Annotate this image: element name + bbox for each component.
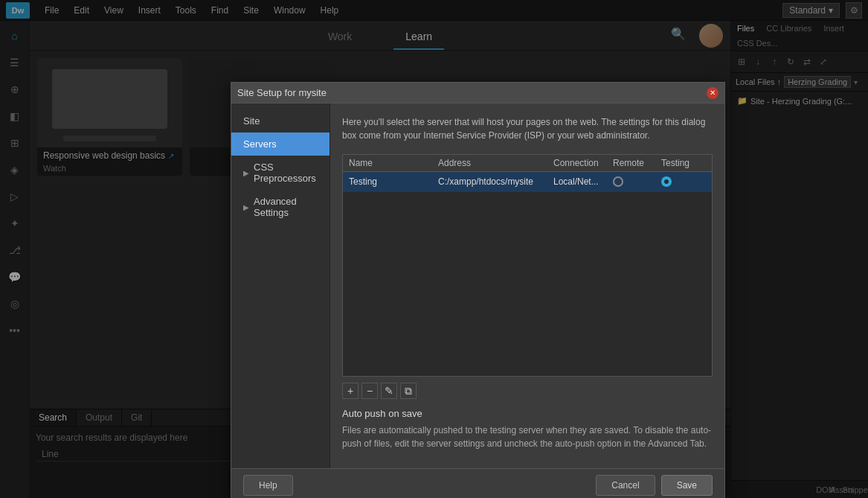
dialog-title: Site Setup for mysite — [237, 87, 327, 98]
site-setup-dialog: Site Setup for mysite ✕ Site Servers ▶ C… — [231, 82, 725, 498]
server-address: C:/xampp/htdocs/mysite — [438, 176, 553, 187]
radio-dot — [664, 179, 669, 184]
server-remote-radio[interactable] — [613, 176, 661, 187]
arrow-icon: ▶ — [243, 169, 249, 177]
nav-site[interactable]: Site — [231, 109, 329, 133]
remote-radio-btn[interactable] — [613, 176, 623, 187]
auto-push-section: Auto push on save Files are automaticall… — [342, 408, 713, 450]
col-address-header: Address — [438, 158, 553, 168]
duplicate-server-button[interactable]: ⧉ — [400, 383, 417, 399]
nav-css-preprocessors[interactable]: ▶ CSS Preprocessors — [231, 156, 329, 190]
server-name: Testing — [349, 176, 438, 187]
servers-table-body: Testing C:/xampp/htdocs/mysite Local/Net… — [343, 172, 712, 192]
dialog-footer: Help Cancel Save — [231, 468, 724, 498]
col-testing-header: Testing — [661, 158, 706, 168]
col-name-header: Name — [349, 158, 438, 168]
arrow-icon-advanced: ▶ — [243, 203, 249, 211]
nav-css-label: CSS Preprocessors — [254, 162, 318, 184]
col-remote-header: Remote — [613, 158, 661, 168]
col-connection-header: Connection — [553, 158, 613, 168]
table-actions: + − ✎ ⧉ — [342, 383, 713, 399]
testing-radio-btn[interactable] — [661, 176, 672, 187]
dialog-close-button[interactable]: ✕ — [707, 87, 718, 99]
dialog-titlebar: Site Setup for mysite ✕ — [231, 83, 724, 103]
dialog-description: Here you'll select the server that will … — [342, 115, 713, 142]
auto-push-title: Auto push on save — [342, 408, 713, 419]
servers-table-header: Name Address Connection Remote Testing — [343, 155, 712, 172]
dialog-nav: Site Servers ▶ CSS Preprocessors ▶ Advan… — [231, 103, 330, 468]
dialog-body: Site Servers ▶ CSS Preprocessors ▶ Advan… — [231, 103, 724, 468]
servers-table: Name Address Connection Remote Testing T… — [342, 154, 713, 377]
nav-advanced-label: Advanced Settings — [254, 196, 318, 218]
edit-server-button[interactable]: ✎ — [381, 383, 397, 399]
auto-push-text: Files are automatically pushed to the te… — [342, 424, 713, 450]
nav-servers[interactable]: Servers — [231, 133, 329, 156]
add-server-button[interactable]: + — [342, 383, 359, 399]
server-row-testing[interactable]: Testing C:/xampp/htdocs/mysite Local/Net… — [343, 172, 712, 192]
help-button[interactable]: Help — [243, 475, 293, 496]
footer-right-buttons: Cancel Save — [596, 475, 713, 496]
dialog-content: Here you'll select the server that will … — [330, 103, 724, 468]
save-button[interactable]: Save — [661, 475, 713, 496]
remove-server-button[interactable]: − — [361, 383, 378, 399]
server-connection: Local/Net... — [553, 176, 613, 187]
cancel-button[interactable]: Cancel — [596, 475, 655, 496]
nav-advanced-settings[interactable]: ▶ Advanced Settings — [231, 190, 329, 224]
server-testing-radio[interactable] — [661, 176, 706, 187]
